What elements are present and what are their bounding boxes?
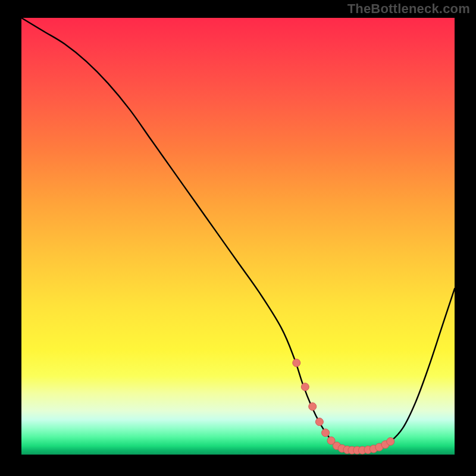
curve-marker — [315, 418, 323, 425]
chart-frame: TheBottleneck.com — [0, 0, 476, 476]
curve-svg — [21, 18, 455, 455]
curve-marker — [309, 403, 317, 411]
watermark-text: TheBottleneck.com — [347, 1, 470, 17]
curve-marker — [293, 359, 300, 367]
curve-markers — [293, 359, 394, 454]
curve-marker — [301, 383, 309, 391]
curve-marker — [322, 429, 330, 437]
bottleneck-curve-path — [21, 18, 455, 450]
curve-marker — [387, 437, 394, 445]
plot-area — [21, 18, 455, 455]
